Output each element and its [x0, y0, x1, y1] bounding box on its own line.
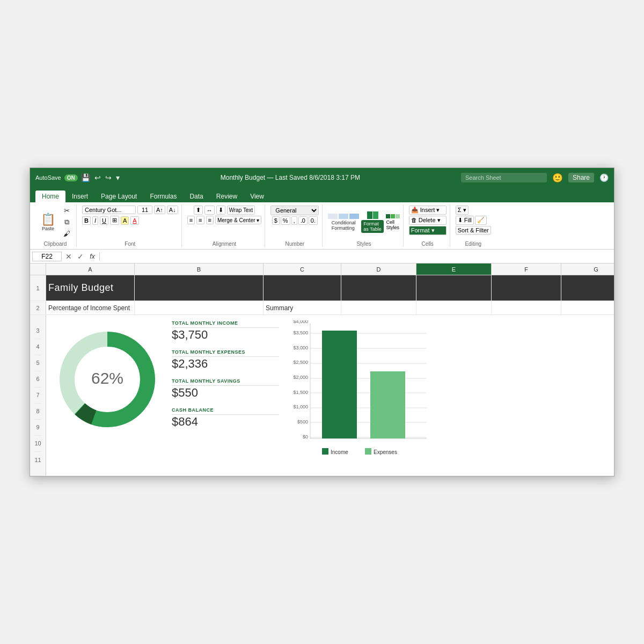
col-header-a[interactable]: A	[46, 264, 135, 275]
borders-button[interactable]: ⊞	[110, 216, 119, 225]
col-header-g[interactable]: G	[561, 264, 614, 275]
editing-group: Σ ▾ ⬇ Fill 🧹 Sort & Filter Editing	[452, 204, 494, 247]
customize-icon[interactable]: ▾	[116, 173, 120, 182]
align-center-button[interactable]: ≡	[196, 216, 204, 224]
tab-home[interactable]: Home	[35, 191, 65, 202]
align-right-button[interactable]: ≡	[206, 216, 214, 224]
income-value: $3,750	[172, 328, 279, 342]
header-cell[interactable]: Family Budget	[46, 275, 135, 301]
bold-button[interactable]: B	[82, 216, 91, 225]
autosave-toggle[interactable]: ON	[64, 174, 78, 181]
formula-input[interactable]	[102, 252, 612, 261]
comma-button[interactable]: ,	[291, 216, 297, 225]
decrease-decimal-button[interactable]: 0.	[309, 216, 318, 225]
fill-button[interactable]: ⬇ Fill	[456, 216, 474, 225]
chart-row-nums: 3 4 5 6 7 8 9 10 11	[30, 315, 46, 475]
number-group: General Number Currency Percentage $ % ,…	[267, 204, 323, 247]
history-icon[interactable]: 🕐	[599, 173, 609, 182]
cell-2f[interactable]	[492, 301, 561, 314]
tab-view[interactable]: View	[244, 191, 270, 202]
cell-2a[interactable]: Percentage of Income Spent	[46, 301, 135, 314]
underline-button[interactable]: U	[100, 216, 108, 225]
donut-section: 62%	[54, 320, 161, 470]
increase-decimal-button[interactable]: .0	[298, 216, 308, 225]
clear-button[interactable]: 🧹	[475, 216, 487, 225]
col-header-d[interactable]: D	[341, 264, 416, 275]
editing-label: Editing	[465, 240, 481, 247]
donut-svg: 62%	[54, 326, 161, 433]
cell-2d[interactable]	[341, 301, 416, 314]
cell-2g[interactable]	[561, 301, 614, 314]
cell-ref-input[interactable]	[32, 252, 62, 261]
main-content-area: 62% TOTAL MONTHLY INCOME $3,750 TOTAL MO…	[46, 315, 614, 475]
wrap-text-button[interactable]: Wrap Text	[227, 206, 255, 215]
format-as-table-button[interactable]: Formatas Table	[361, 220, 383, 233]
autosum-button[interactable]: Σ ▾	[456, 206, 469, 215]
undo-icon[interactable]: ↩	[94, 173, 101, 182]
italic-button[interactable]: I	[92, 216, 98, 225]
align-top-button[interactable]: ⬆	[194, 206, 203, 215]
delete-button[interactable]: 🗑 Delete ▾	[409, 216, 447, 225]
save-icon[interactable]: 💾	[81, 173, 90, 182]
fx-button[interactable]: fx	[87, 252, 97, 261]
bar-chart-section: $0 $500 $1,000 $1,500 $2,000 $2,500 $3,0…	[290, 320, 606, 470]
cell-2b[interactable]	[135, 301, 264, 314]
insert-button[interactable]: 📥 Insert ▾	[409, 206, 447, 215]
tab-insert[interactable]: Insert	[65, 191, 94, 202]
fill-color-button[interactable]: A	[121, 216, 129, 225]
header-cell-e	[416, 275, 492, 301]
increase-font-button[interactable]: A↑	[154, 206, 165, 214]
align-left-button[interactable]: ≡	[187, 216, 195, 224]
svg-text:$3,000: $3,000	[293, 345, 308, 350]
formula-bar: ✕ ✓ fx	[30, 250, 614, 264]
align-bottom-button[interactable]: ⬇	[216, 206, 225, 215]
currency-button[interactable]: $	[272, 216, 280, 225]
col-header-b[interactable]: B	[135, 264, 264, 275]
font-size-input[interactable]	[137, 206, 152, 214]
font-label: Font	[125, 240, 135, 247]
window-title: Monthly Budget — Last Saved 8/6/2018 3:1…	[221, 174, 360, 181]
expenses-value: $2,336	[172, 357, 279, 371]
copy-button[interactable]: ⧉	[60, 217, 73, 228]
sort-filter-button[interactable]: Sort & Filter	[456, 226, 491, 235]
font-color-button[interactable]: A	[130, 216, 138, 225]
search-input[interactable]	[461, 173, 547, 182]
summary-item-balance: CASH BALANCE $864	[172, 407, 279, 429]
col-header-c[interactable]: C	[264, 264, 341, 275]
expenses-legend-icon	[365, 448, 371, 455]
number-format-select[interactable]: General Number Currency Percentage	[270, 206, 319, 215]
formula-icon[interactable]: ✕	[64, 252, 74, 261]
autosave-label: AutoSave	[35, 174, 61, 181]
styles-label: Styles	[356, 240, 371, 247]
tab-data[interactable]: Data	[183, 191, 209, 202]
paste-button[interactable]: 📋 Paste	[38, 211, 58, 233]
merge-center-button[interactable]: Merge & Center ▾	[215, 216, 261, 224]
cell-2c[interactable]: Summary	[264, 301, 341, 314]
tab-formulas[interactable]: Formulas	[143, 191, 183, 202]
tab-review[interactable]: Review	[210, 191, 244, 202]
format-button[interactable]: Format ▾	[409, 226, 447, 235]
spreadsheet: A B C D E F G H I J 1 Family Budget	[30, 264, 614, 476]
col-header-e[interactable]: E	[416, 264, 492, 275]
family-budget-title: Family Budget	[48, 282, 114, 294]
font-name-input[interactable]	[82, 206, 136, 214]
decrease-font-button[interactable]: A↓	[167, 206, 178, 214]
svg-text:$4,000: $4,000	[293, 320, 308, 324]
share-button[interactable]: Share	[568, 173, 594, 182]
alignment-label: Alignment	[213, 240, 236, 247]
redo-icon[interactable]: ↪	[105, 173, 112, 182]
cell-2e[interactable]	[416, 301, 492, 314]
percent-button[interactable]: %	[281, 216, 290, 225]
col-header-f[interactable]: F	[492, 264, 561, 275]
cut-button[interactable]: ✂	[60, 206, 73, 216]
conditional-formatting-button[interactable]: ConditionalFormatting	[332, 220, 356, 231]
format-painter-button[interactable]: 🖌	[60, 229, 73, 239]
tab-page-layout[interactable]: Page Layout	[94, 191, 143, 202]
row-2: 2 Percentage of Income Spent Summary	[30, 301, 614, 315]
cell-styles-button[interactable]: CellStyles	[386, 219, 399, 230]
income-label: TOTAL MONTHLY INCOME	[172, 320, 279, 328]
column-headers: A B C D E F G H I J	[30, 264, 614, 275]
savings-label: TOTAL MONTHLY SAVINGS	[172, 378, 279, 386]
align-middle-button[interactable]: ↔	[204, 206, 215, 215]
formula-check[interactable]: ✓	[76, 252, 85, 261]
